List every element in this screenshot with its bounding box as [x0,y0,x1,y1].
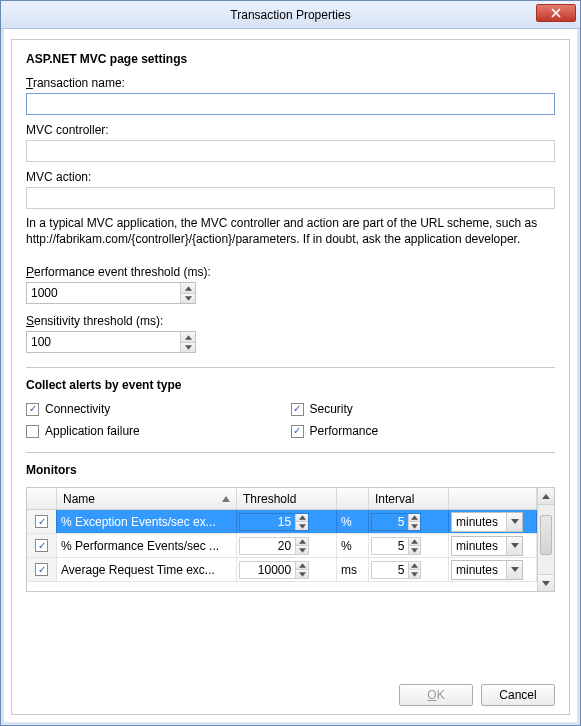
spinner-up-icon[interactable] [296,514,308,523]
section-heading-mvc: ASP.NET MVC page settings [26,52,555,66]
row-name: % Performance Events/sec ... [57,534,237,557]
transaction-name-label: Transaction name: [26,76,555,90]
chevron-down-icon[interactable] [506,561,522,579]
interval-unit-value: minutes [452,537,506,555]
monitors-header-row: Name Threshold Interval [27,488,537,510]
interval-unit-value: minutes [452,513,506,531]
sensitivity-threshold-spinner[interactable] [26,331,196,353]
perf-threshold-label: Performance event threshold (ms): [26,265,555,279]
interval-input[interactable] [372,514,408,530]
spinner-up-icon[interactable] [409,538,420,547]
table-row[interactable]: Average Request Time exc...msminutes [27,558,537,582]
col-header-name[interactable]: Name [57,488,237,509]
scroll-thumb[interactable] [540,515,552,555]
interval-input[interactable] [372,538,408,554]
spinner-up-icon[interactable] [409,562,420,571]
separator [26,367,555,368]
threshold-spinner[interactable] [239,537,309,555]
threshold-unit: % [337,534,369,557]
spinner-down-icon[interactable] [181,294,195,304]
connectivity-label: Connectivity [45,402,110,416]
threshold-spinner[interactable] [239,561,309,579]
spinner-down-icon[interactable] [409,570,420,578]
spinner-down-icon[interactable] [296,546,308,554]
interval-input[interactable] [372,562,408,578]
mvc-action-input[interactable] [26,187,555,209]
performance-label: Performance [310,424,379,438]
separator [26,452,555,453]
spinner-up-icon[interactable] [409,514,420,523]
transaction-name-input[interactable] [26,93,555,115]
table-row[interactable]: % Performance Events/sec ...%minutes [27,534,537,558]
connectivity-checkbox[interactable] [26,403,39,416]
monitors-scrollbar[interactable] [537,488,554,591]
interval-spinner[interactable] [371,513,421,531]
interval-spinner[interactable] [371,537,421,555]
row-name: Average Request Time exc... [57,558,237,581]
app-failure-checkbox[interactable] [26,425,39,438]
window-title: Transaction Properties [230,8,350,22]
interval-unit-dropdown[interactable]: minutes [451,536,523,556]
app-failure-label: Application failure [45,424,140,438]
dialog-window: Transaction Properties ASP.NET MVC page … [0,0,581,726]
spinner-up-icon[interactable] [181,283,195,294]
perf-threshold-spinner[interactable] [26,282,196,304]
spinner-down-icon[interactable] [181,343,195,353]
sort-asc-icon [222,496,230,502]
close-button[interactable] [536,4,576,22]
chevron-down-icon[interactable] [506,513,522,531]
mvc-action-label: MVC action: [26,170,555,184]
sensitivity-threshold-label: Sensitivity threshold (ms): [26,314,555,328]
spinner-down-icon[interactable] [409,546,420,554]
col-header-interval[interactable]: Interval [369,488,449,509]
dialog-footer: OK Cancel [399,684,555,706]
dialog-content: ASP.NET MVC page settings Transaction na… [11,39,570,715]
spinner-down-icon[interactable] [409,522,420,530]
security-label: Security [310,402,353,416]
threshold-input[interactable] [240,514,295,530]
interval-unit-value: minutes [452,561,506,579]
monitors-table: Name Threshold Interval % Exception Even… [26,487,555,592]
threshold-unit: ms [337,558,369,581]
perf-threshold-input[interactable] [27,283,180,303]
close-icon [551,8,561,18]
scroll-down-icon[interactable] [538,574,554,591]
row-name: % Exception Events/sec ex... [57,510,237,533]
mvc-controller-input[interactable] [26,140,555,162]
section-heading-monitors: Monitors [26,463,555,477]
titlebar: Transaction Properties [1,1,580,29]
row-checkbox[interactable] [35,563,48,576]
row-checkbox[interactable] [35,515,48,528]
row-checkbox[interactable] [35,539,48,552]
section-heading-alerts: Collect alerts by event type [26,378,555,392]
threshold-unit: % [337,510,369,533]
interval-unit-dropdown[interactable]: minutes [451,512,523,532]
interval-unit-dropdown[interactable]: minutes [451,560,523,580]
col-header-threshold[interactable]: Threshold [237,488,337,509]
threshold-spinner[interactable] [239,513,309,531]
security-checkbox[interactable] [291,403,304,416]
mvc-controller-label: MVC controller: [26,123,555,137]
spinner-up-icon[interactable] [181,332,195,343]
table-row[interactable]: % Exception Events/sec ex...%minutes [27,510,537,534]
ok-button[interactable]: OK [399,684,473,706]
spinner-down-icon[interactable] [296,570,308,578]
threshold-input[interactable] [240,538,295,554]
spinner-up-icon[interactable] [296,538,308,547]
scroll-up-icon[interactable] [538,488,554,505]
performance-checkbox[interactable] [291,425,304,438]
mvc-helptext: In a typical MVC application, the MVC co… [26,215,555,247]
threshold-input[interactable] [240,562,295,578]
chevron-down-icon[interactable] [506,537,522,555]
spinner-down-icon[interactable] [296,522,308,530]
cancel-button[interactable]: Cancel [481,684,555,706]
spinner-up-icon[interactable] [296,562,308,571]
sensitivity-threshold-input[interactable] [27,332,180,352]
interval-spinner[interactable] [371,561,421,579]
